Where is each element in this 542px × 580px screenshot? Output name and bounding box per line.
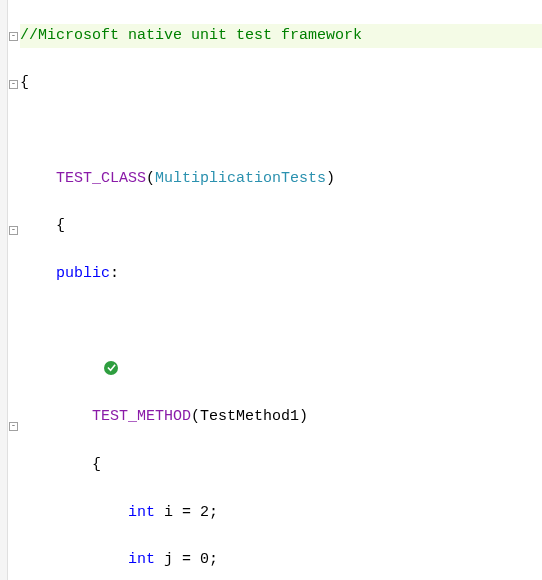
change-gutter	[0, 0, 8, 580]
code-line: {	[20, 214, 542, 238]
code-line: int i = 2;	[20, 501, 542, 525]
macro: TEST_CLASS	[56, 170, 146, 187]
keyword-public: public	[56, 265, 110, 282]
fold-toggle[interactable]: -	[9, 32, 18, 41]
class-name: MultiplicationTests	[155, 170, 326, 187]
code-line	[20, 358, 542, 382]
test-status-pass-icon	[104, 361, 118, 375]
code-line: {	[20, 453, 542, 477]
code-line: TEST_METHOD(TestMethod1)	[20, 405, 542, 429]
code-line: public:	[20, 262, 542, 286]
code-line: {	[20, 71, 542, 95]
fold-gutter: - - - -	[8, 0, 18, 580]
code-line: //Microsoft native unit test framework	[20, 24, 542, 48]
macro: TEST_METHOD	[92, 408, 191, 425]
code-line	[20, 310, 542, 334]
comment: //Microsoft native unit test framework	[20, 27, 362, 44]
fold-toggle[interactable]: -	[9, 422, 18, 431]
code-line: TEST_CLASS(MultiplicationTests)	[20, 167, 542, 191]
fold-toggle[interactable]: -	[9, 80, 18, 89]
code-line: int j = 0;	[20, 548, 542, 572]
fold-toggle[interactable]: -	[9, 226, 18, 235]
code-line	[20, 119, 542, 143]
code-editor[interactable]: //Microsoft native unit test framework {…	[18, 0, 542, 580]
method-name: TestMethod1	[200, 408, 299, 425]
